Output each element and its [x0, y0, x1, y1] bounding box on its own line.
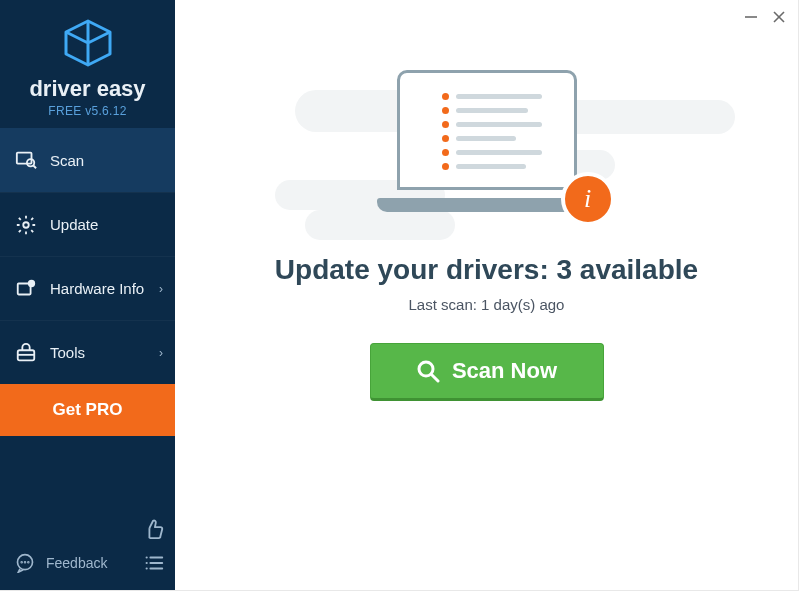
sidebar-item-label: Scan	[50, 152, 84, 169]
svg-point-16	[146, 562, 148, 564]
brand-version: FREE v5.6.12	[0, 104, 175, 118]
toolbox-icon	[14, 341, 38, 365]
sidebar-item-update[interactable]: Update	[0, 192, 175, 256]
headline: Update your drivers: 3 available	[275, 254, 698, 286]
sidebar-item-label: Tools	[50, 344, 85, 361]
brand-block: driver easy FREE v5.6.12	[0, 0, 175, 128]
svg-line-3	[33, 166, 36, 169]
minimize-button[interactable]	[742, 8, 760, 26]
feedback-label: Feedback	[46, 555, 107, 571]
sidebar-bottom: Feedback	[0, 504, 175, 590]
chat-icon	[14, 552, 36, 574]
close-button[interactable]	[770, 8, 788, 26]
thumbs-up-icon[interactable]	[143, 518, 165, 540]
scan-now-button[interactable]: Scan Now	[370, 343, 604, 401]
sidebar-item-label: Hardware Info	[50, 280, 144, 297]
sidebar-item-scan[interactable]: Scan	[0, 128, 175, 192]
chevron-right-icon: ›	[159, 282, 163, 296]
svg-point-23	[419, 362, 433, 376]
hero-illustration: i	[175, 60, 798, 220]
feedback-button[interactable]: Feedback	[10, 546, 165, 580]
hardware-info-icon: i	[14, 277, 38, 301]
last-scan-text: Last scan: 1 day(s) ago	[409, 296, 565, 313]
sidebar: driver easy FREE v5.6.12 Scan Update i	[0, 0, 175, 590]
svg-point-12	[25, 562, 26, 563]
window-controls	[742, 8, 788, 26]
info-glyph: i	[584, 184, 591, 214]
svg-point-18	[146, 567, 148, 569]
svg-point-14	[146, 556, 148, 558]
monitor-search-icon	[14, 148, 38, 172]
gear-icon	[14, 213, 38, 237]
sidebar-item-hardware-info[interactable]: i Hardware Info ›	[0, 256, 175, 320]
get-pro-button[interactable]: Get PRO	[0, 384, 175, 436]
chevron-right-icon: ›	[159, 346, 163, 360]
sidebar-like-row	[10, 512, 165, 546]
info-badge-icon: i	[561, 172, 615, 226]
get-pro-label: Get PRO	[53, 400, 123, 420]
sidebar-spacer	[0, 436, 175, 504]
svg-rect-1	[17, 153, 32, 164]
main-panel: i Update your drivers: 3 available Last …	[175, 0, 798, 590]
svg-text:i: i	[31, 280, 32, 286]
sidebar-nav: Scan Update i Hardware Info › Tools	[0, 128, 175, 384]
sidebar-item-tools[interactable]: Tools ›	[0, 320, 175, 384]
search-icon	[416, 359, 440, 383]
svg-point-13	[28, 562, 29, 563]
laptop-screen	[397, 70, 577, 190]
sidebar-item-label: Update	[50, 216, 98, 233]
svg-line-24	[432, 375, 438, 381]
scan-button-label: Scan Now	[452, 358, 557, 384]
laptop-illustration: i	[377, 70, 597, 220]
svg-point-11	[21, 562, 22, 563]
brand-name: driver easy	[0, 76, 175, 102]
logo-icon	[0, 18, 175, 68]
svg-point-4	[23, 222, 29, 228]
list-icon[interactable]	[143, 552, 165, 574]
